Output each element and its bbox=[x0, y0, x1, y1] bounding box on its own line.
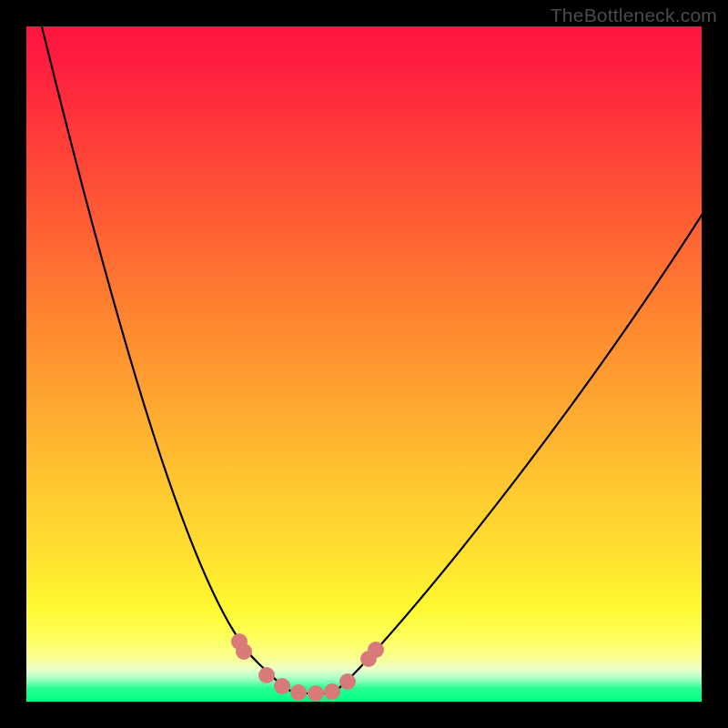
curve-right bbox=[332, 204, 702, 693]
chart-frame bbox=[26, 26, 702, 702]
curve-left bbox=[37, 26, 296, 693]
marker-dot bbox=[290, 684, 307, 701]
marker-dot bbox=[236, 643, 252, 660]
marker-dot bbox=[368, 642, 384, 658]
marker-dot bbox=[258, 667, 275, 683]
marker-dot bbox=[308, 685, 324, 702]
marker-dot bbox=[339, 673, 356, 690]
watermark-text: TheBottleneck.com bbox=[551, 5, 717, 26]
chart-svg bbox=[26, 26, 702, 702]
marker-dot bbox=[324, 683, 340, 700]
marker-dot bbox=[274, 678, 290, 694]
